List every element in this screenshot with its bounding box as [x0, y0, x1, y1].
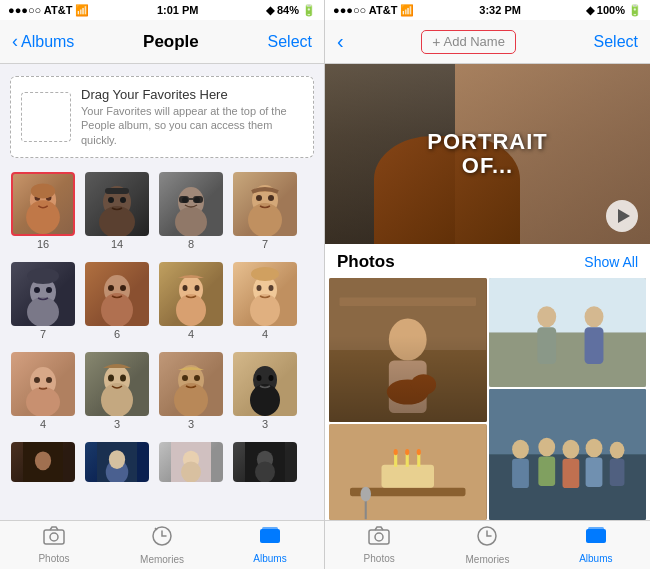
tab-memories-label-left: Memories [140, 554, 184, 565]
person-thumb-16[interactable] [233, 442, 297, 482]
tab-albums-left[interactable]: Albums [216, 526, 324, 564]
right-select-button[interactable]: Select [594, 33, 638, 51]
list-item[interactable] [158, 442, 224, 487]
tab-photos-left[interactable]: Photos [0, 526, 108, 564]
left-status-right: ◆ 84% 🔋 [266, 4, 316, 17]
list-item[interactable] [84, 442, 150, 487]
portrait-video-section[interactable]: PORTRAIT OF... [325, 64, 650, 244]
tab-albums-label-left: Albums [253, 553, 286, 564]
right-back-button[interactable]: ‹ [337, 30, 344, 53]
svg-point-108 [609, 442, 624, 459]
person-thumb-5[interactable] [11, 262, 75, 326]
person-face-svg-4 [233, 172, 297, 236]
svg-rect-103 [538, 457, 555, 486]
tab-albums-label-right: Albums [579, 553, 612, 564]
list-item[interactable]: 8 [158, 172, 224, 250]
svg-point-8 [120, 197, 126, 203]
person-thumb-8[interactable] [233, 262, 297, 326]
photo-birthday[interactable] [329, 424, 487, 520]
svg-point-6 [99, 206, 135, 236]
drag-subtitle: Your Favorites will appear at the top of… [81, 104, 303, 147]
albums-icon [259, 526, 281, 546]
left-battery: 84% [277, 4, 299, 16]
list-item[interactable]: 4 [10, 352, 76, 430]
person-thumb-13[interactable] [11, 442, 75, 482]
person-thumb-3[interactable] [159, 172, 223, 236]
photo-kitchen[interactable] [329, 278, 487, 422]
right-carrier: ●●●○○ AT&T 📶 [333, 4, 414, 17]
person-count-2: 14 [111, 238, 123, 250]
svg-point-35 [250, 294, 280, 326]
person-thumb-15[interactable] [159, 442, 223, 482]
show-all-button[interactable]: Show All [584, 254, 638, 270]
svg-point-46 [120, 374, 126, 381]
svg-point-62 [181, 461, 201, 482]
person-thumb-14[interactable] [85, 442, 149, 482]
list-item[interactable] [10, 442, 76, 487]
tab-memories-right[interactable]: Memories [433, 525, 541, 565]
list-item[interactable]: 4 [232, 262, 298, 340]
svg-rect-69 [260, 529, 280, 543]
person-face-detail-4 [233, 172, 297, 236]
svg-point-67 [50, 533, 58, 541]
person-count-1: 16 [37, 238, 49, 250]
person-thumb-11[interactable] [159, 352, 223, 416]
svg-rect-83 [406, 454, 409, 467]
right-wifi-icon: 📶 [400, 4, 414, 17]
person-thumb-10[interactable] [85, 352, 149, 416]
svg-point-36 [257, 285, 262, 291]
svg-point-65 [255, 461, 275, 482]
tab-photos-right[interactable]: Photos [325, 526, 433, 564]
svg-point-54 [269, 375, 274, 381]
list-item[interactable]: 6 [84, 262, 150, 340]
person-thumb-6[interactable] [85, 262, 149, 326]
person-face-svg-15 [159, 442, 223, 482]
svg-rect-71 [329, 278, 487, 422]
svg-point-78 [411, 374, 436, 395]
person-thumb-2[interactable] [85, 172, 149, 236]
person-thumb-9[interactable] [11, 352, 75, 416]
tab-albums-right[interactable]: Albums [542, 526, 650, 564]
list-item[interactable]: 3 [158, 352, 224, 430]
add-name-button[interactable]: + Add Name [421, 30, 516, 54]
person-face-detail-1 [13, 174, 73, 234]
person-count-12: 3 [262, 418, 268, 430]
tab-memories-left[interactable]: Memories [108, 525, 216, 565]
photos-grid [325, 278, 650, 520]
photo-group[interactable] [489, 389, 647, 520]
list-item[interactable] [232, 442, 298, 487]
svg-point-93 [537, 306, 556, 327]
right-location-icon: ◆ [586, 4, 594, 17]
person-face-svg-8 [233, 262, 297, 326]
albums-back-button[interactable]: ‹ Albums [12, 31, 74, 52]
svg-rect-74 [340, 298, 477, 306]
list-item[interactable]: 7 [10, 262, 76, 340]
svg-rect-114 [588, 527, 604, 530]
camera-icon [43, 526, 65, 546]
svg-point-100 [512, 440, 529, 459]
list-item[interactable]: 3 [84, 352, 150, 430]
list-item[interactable]: 7 [232, 172, 298, 250]
svg-point-1 [26, 200, 60, 234]
person-thumb-12[interactable] [233, 352, 297, 416]
photos-tab-icon [43, 526, 65, 551]
photo-group-svg [489, 389, 647, 520]
list-item[interactable]: 3 [232, 352, 298, 430]
svg-point-33 [195, 285, 200, 291]
list-item[interactable]: 4 [158, 262, 224, 340]
portrait-play-button[interactable] [606, 200, 638, 232]
people-row-2: 7 6 [10, 262, 314, 340]
list-item[interactable]: 14 [84, 172, 150, 250]
list-item[interactable]: 16 [10, 172, 76, 250]
svg-rect-15 [193, 196, 203, 203]
back-label: Albums [21, 33, 74, 51]
photo-outdoor[interactable] [489, 278, 647, 387]
person-thumb-7[interactable] [159, 262, 223, 326]
person-thumb-4[interactable] [233, 172, 297, 236]
back-chevron-icon: ‹ [12, 31, 18, 52]
left-select-button[interactable]: Select [268, 33, 312, 51]
svg-point-59 [109, 450, 125, 469]
person-face-svg-12 [233, 352, 297, 416]
svg-point-77 [387, 379, 429, 404]
person-thumb-1[interactable] [11, 172, 75, 236]
